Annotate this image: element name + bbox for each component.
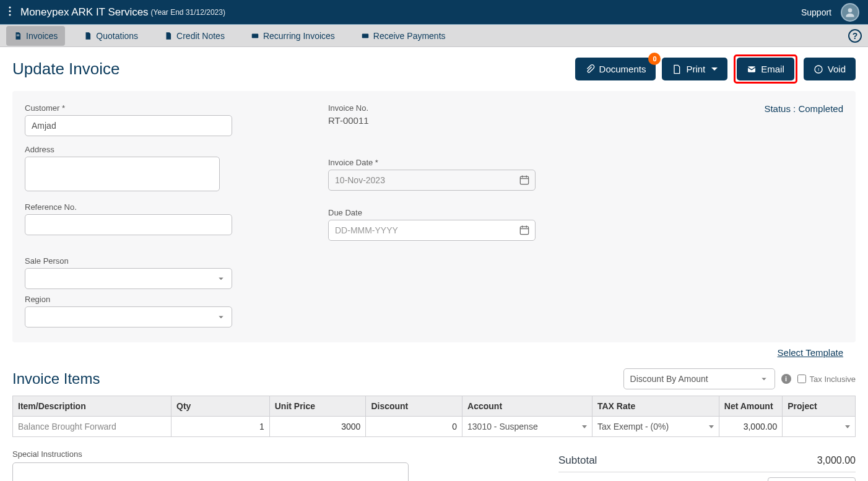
tab-recurring-invoices[interactable]: Recurring Invoices (243, 26, 342, 46)
select-template-wrap: Select Template (12, 342, 856, 360)
nav-tabs: Invoices Quotations Credit Notes Recurri… (0, 25, 868, 47)
col-project: Project (783, 396, 856, 417)
subtotal-label: Subtotal (558, 454, 817, 467)
svg-point-2 (9, 14, 11, 15)
cell-item[interactable]: Balance Brought Forward (13, 417, 171, 437)
support-link[interactable]: Support (801, 7, 831, 17)
totals: Subtotal 3,000.00 Total TAX i Gross Tota… (558, 449, 856, 481)
tab-receive-payments[interactable]: Receive Payments (354, 26, 453, 46)
cell-tax-rate[interactable]: Tax Exempt - (0%) (592, 417, 719, 437)
email-button[interactable]: Email (737, 58, 794, 80)
cell-account[interactable]: 13010 - Suspense (462, 417, 592, 437)
calendar-icon (518, 224, 531, 236)
invoice-icon (14, 32, 22, 40)
quotation-icon (84, 32, 92, 40)
col-item: Item/Description (13, 396, 171, 417)
svg-rect-4 (17, 34, 20, 35)
reference-label: Reference No. (25, 202, 303, 212)
void-button[interactable]: ! Void (804, 58, 856, 80)
customer-input[interactable] (25, 115, 232, 136)
select-template-link[interactable]: Select Template (778, 347, 843, 358)
invoice-items-title: Invoice Items (12, 370, 100, 388)
region-select[interactable] (25, 306, 232, 327)
status-label: Status : Completed (764, 103, 843, 336)
table-row: Balance Brought Forward 1 3000 0 13010 -… (13, 417, 856, 437)
customer-label: Customer * (25, 103, 303, 113)
cell-unit-price[interactable]: 3000 (269, 417, 366, 437)
address-label: Address (25, 145, 303, 154)
svg-rect-16 (520, 227, 528, 235)
company-name: Moneypex ARK IT Services (20, 6, 149, 19)
svg-rect-7 (362, 33, 369, 38)
reference-input[interactable] (25, 214, 232, 235)
discount-mode-select[interactable]: Discount By Amount (623, 368, 775, 389)
special-instructions-label: Special Instructions (12, 449, 409, 459)
email-icon (747, 64, 757, 74)
caret-down-icon (711, 67, 718, 71)
invoice-no-label: Invoice No. (328, 103, 607, 113)
chevron-down-icon (582, 425, 587, 428)
special-instructions-textarea[interactable] (12, 462, 409, 481)
tab-credit-notes[interactable]: Credit Notes (157, 26, 232, 46)
due-date-label: Due Date (328, 208, 607, 217)
company-year: (Year End 31/12/2023) (151, 8, 225, 17)
page-header: Update Invoice Documents 0 Print Email ! (12, 54, 856, 84)
print-button[interactable]: Print (662, 58, 727, 80)
form-area: Customer * Address Reference No. Sale Pe… (12, 91, 856, 342)
documents-badge: 0 (648, 53, 661, 65)
top-header: Moneypex ARK IT Services (Year End 31/12… (0, 0, 868, 25)
cell-discount[interactable]: 0 (366, 417, 462, 437)
svg-rect-12 (520, 176, 528, 184)
svg-point-0 (9, 6, 11, 8)
due-date-input[interactable] (328, 220, 536, 241)
invoice-date-input[interactable] (328, 170, 536, 191)
col-unit-price: Unit Price (269, 396, 366, 417)
items-table: Item/Description Qty Unit Price Discount… (12, 396, 856, 437)
region-label: Region (25, 295, 303, 304)
tab-quotations[interactable]: Quotations (76, 26, 145, 46)
file-icon (672, 64, 682, 74)
svg-text:!: ! (818, 66, 819, 72)
sale-person-label: Sale Person (25, 256, 303, 266)
cell-net-amount: 3,000.00 (719, 417, 782, 437)
chevron-down-icon (845, 425, 850, 428)
recurring-icon (251, 32, 259, 40)
col-qty: Qty (171, 396, 270, 417)
address-textarea[interactable] (25, 157, 220, 191)
user-avatar-icon[interactable] (841, 3, 859, 22)
tab-invoices[interactable]: Invoices (6, 26, 65, 46)
documents-button[interactable]: Documents 0 (575, 58, 656, 80)
tax-inclusive-checkbox[interactable]: Tax Inclusive (797, 375, 856, 384)
total-tax-input[interactable] (768, 477, 856, 481)
cell-project[interactable] (783, 417, 856, 437)
void-icon: ! (814, 64, 823, 74)
invoice-no-value: RT-00011 (328, 115, 607, 126)
page-title: Update Invoice (12, 59, 119, 79)
calendar-icon (518, 174, 531, 186)
svg-point-3 (848, 8, 853, 12)
svg-rect-6 (252, 33, 259, 38)
col-account: Account (462, 396, 592, 417)
col-net-amount: Net Amount (719, 396, 782, 417)
col-discount: Discount (366, 396, 462, 417)
menu-dots-icon[interactable] (9, 6, 11, 19)
invoice-date-label: Invoice Date * (328, 158, 607, 167)
svg-point-1 (9, 10, 11, 12)
info-icon[interactable]: i (781, 374, 791, 384)
help-icon[interactable]: ? (848, 29, 862, 43)
chevron-down-icon (709, 425, 714, 428)
subtotal-value: 3,000.00 (817, 455, 856, 466)
receive-payments-icon (361, 32, 370, 40)
sale-person-select[interactable] (25, 268, 232, 289)
cell-qty[interactable]: 1 (171, 417, 270, 437)
credit-note-icon (164, 32, 173, 40)
svg-rect-5 (17, 35, 20, 36)
email-highlight-annotation: Email (734, 54, 797, 84)
paperclip-icon (585, 64, 595, 74)
col-tax-rate: TAX Rate (592, 396, 719, 417)
